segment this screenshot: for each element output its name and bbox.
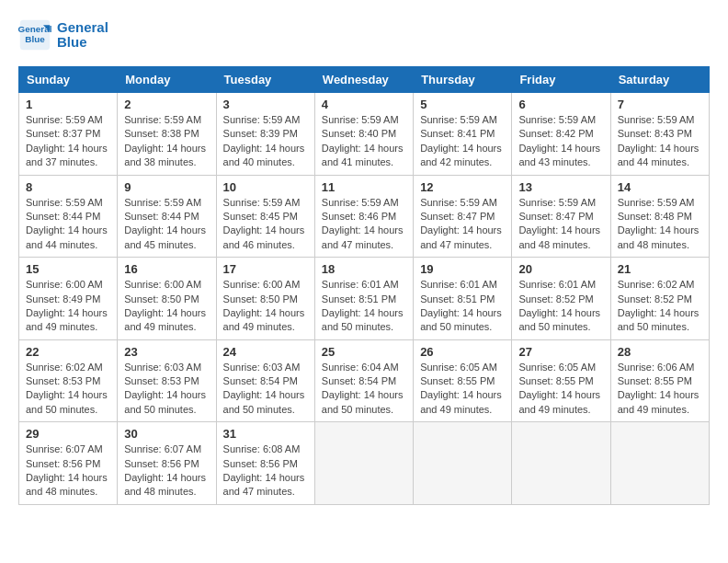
calendar-header-saturday: Saturday xyxy=(610,67,709,93)
logo: General Blue GeneralBlue xyxy=(18,18,108,52)
day-info: Sunrise: 6:00 AM Sunset: 8:50 PM Dayligh… xyxy=(223,278,308,335)
day-number: 3 xyxy=(223,98,308,111)
day-info: Sunrise: 6:02 AM Sunset: 8:53 PM Dayligh… xyxy=(26,361,110,418)
calendar-cell: 17 Sunrise: 6:00 AM Sunset: 8:50 PM Dayl… xyxy=(216,258,314,340)
day-info: Sunrise: 5:59 AM Sunset: 8:39 PM Dayligh… xyxy=(223,113,308,170)
day-info: Sunrise: 6:07 AM Sunset: 8:56 PM Dayligh… xyxy=(26,442,110,500)
day-info: Sunrise: 5:59 AM Sunset: 8:37 PM Dayligh… xyxy=(26,113,110,170)
day-info: Sunrise: 6:02 AM Sunset: 8:52 PM Dayligh… xyxy=(618,278,702,335)
day-number: 13 xyxy=(518,180,603,194)
calendar-week-4: 22 Sunrise: 6:02 AM Sunset: 8:53 PM Dayl… xyxy=(19,339,710,422)
calendar-header-tuesday: Tuesday xyxy=(216,67,314,93)
day-number: 6 xyxy=(518,98,603,111)
day-info: Sunrise: 5:59 AM Sunset: 8:42 PM Dayligh… xyxy=(518,113,603,170)
day-number: 8 xyxy=(26,180,110,194)
day-number: 24 xyxy=(223,345,308,359)
calendar-cell: 6 Sunrise: 5:59 AM Sunset: 8:42 PM Dayli… xyxy=(512,93,610,176)
calendar-week-5: 29 Sunrise: 6:07 AM Sunset: 8:56 PM Dayl… xyxy=(19,422,710,505)
calendar-header-wednesday: Wednesday xyxy=(314,67,413,93)
day-number: 2 xyxy=(124,98,209,111)
calendar-cell: 26 Sunrise: 6:05 AM Sunset: 8:55 PM Dayl… xyxy=(414,339,512,422)
calendar-cell: 23 Sunrise: 6:03 AM Sunset: 8:53 PM Dayl… xyxy=(118,339,216,422)
day-number: 14 xyxy=(618,180,702,194)
calendar-cell: 22 Sunrise: 6:02 AM Sunset: 8:53 PM Dayl… xyxy=(19,339,118,422)
calendar-cell: 8 Sunrise: 5:59 AM Sunset: 8:44 PM Dayli… xyxy=(19,175,118,258)
calendar-header-thursday: Thursday xyxy=(414,67,512,93)
calendar-cell: 25 Sunrise: 6:04 AM Sunset: 8:54 PM Dayl… xyxy=(314,339,413,422)
calendar-cell: 29 Sunrise: 6:07 AM Sunset: 8:56 PM Dayl… xyxy=(19,422,118,505)
day-number: 25 xyxy=(322,345,406,359)
day-info: Sunrise: 6:03 AM Sunset: 8:54 PM Dayligh… xyxy=(223,361,308,418)
calendar-cell: 30 Sunrise: 6:07 AM Sunset: 8:56 PM Dayl… xyxy=(118,422,216,505)
calendar-cell: 9 Sunrise: 5:59 AM Sunset: 8:44 PM Dayli… xyxy=(118,175,216,258)
calendar-cell: 4 Sunrise: 5:59 AM Sunset: 8:40 PM Dayli… xyxy=(314,93,413,176)
day-number: 26 xyxy=(420,345,505,359)
calendar-cell: 28 Sunrise: 6:06 AM Sunset: 8:55 PM Dayl… xyxy=(610,339,709,422)
calendar-cell: 10 Sunrise: 5:59 AM Sunset: 8:45 PM Dayl… xyxy=(216,175,314,258)
day-info: Sunrise: 5:59 AM Sunset: 8:41 PM Dayligh… xyxy=(420,113,505,170)
day-info: Sunrise: 5:59 AM Sunset: 8:47 PM Dayligh… xyxy=(518,196,603,253)
calendar-body: 1 Sunrise: 5:59 AM Sunset: 8:37 PM Dayli… xyxy=(19,93,710,505)
calendar-cell: 16 Sunrise: 6:00 AM Sunset: 8:50 PM Dayl… xyxy=(118,258,216,340)
svg-text:Blue: Blue xyxy=(25,34,45,44)
logo-icon: General Blue xyxy=(18,18,51,52)
day-number: 20 xyxy=(518,262,603,276)
day-info: Sunrise: 5:59 AM Sunset: 8:40 PM Dayligh… xyxy=(322,113,406,170)
calendar-cell: 13 Sunrise: 5:59 AM Sunset: 8:47 PM Dayl… xyxy=(512,175,610,258)
calendar-cell: 7 Sunrise: 5:59 AM Sunset: 8:43 PM Dayli… xyxy=(610,93,709,176)
calendar-header-sunday: Sunday xyxy=(19,67,118,93)
calendar-cell: 14 Sunrise: 5:59 AM Sunset: 8:48 PM Dayl… xyxy=(610,175,709,258)
calendar-header-friday: Friday xyxy=(512,67,610,93)
calendar-cell: 12 Sunrise: 5:59 AM Sunset: 8:47 PM Dayl… xyxy=(414,175,512,258)
day-number: 11 xyxy=(322,180,406,194)
day-info: Sunrise: 5:59 AM Sunset: 8:44 PM Dayligh… xyxy=(26,196,110,253)
calendar-cell: 3 Sunrise: 5:59 AM Sunset: 8:39 PM Dayli… xyxy=(216,93,314,176)
day-info: Sunrise: 6:00 AM Sunset: 8:49 PM Dayligh… xyxy=(26,278,110,335)
day-number: 4 xyxy=(322,98,406,111)
day-number: 1 xyxy=(26,98,110,111)
logo-text: GeneralBlue xyxy=(57,20,108,51)
day-info: Sunrise: 6:01 AM Sunset: 8:52 PM Dayligh… xyxy=(518,278,603,335)
day-number: 22 xyxy=(26,345,110,359)
day-number: 18 xyxy=(322,262,406,276)
day-number: 9 xyxy=(124,180,209,194)
day-info: Sunrise: 5:59 AM Sunset: 8:45 PM Dayligh… xyxy=(223,196,308,253)
day-info: Sunrise: 5:59 AM Sunset: 8:38 PM Dayligh… xyxy=(124,113,209,170)
day-info: Sunrise: 6:01 AM Sunset: 8:51 PM Dayligh… xyxy=(420,278,505,335)
calendar-cell xyxy=(610,422,709,505)
calendar-cell: 20 Sunrise: 6:01 AM Sunset: 8:52 PM Dayl… xyxy=(512,258,610,340)
day-number: 23 xyxy=(124,345,209,359)
day-number: 31 xyxy=(223,427,308,441)
day-info: Sunrise: 6:00 AM Sunset: 8:50 PM Dayligh… xyxy=(124,278,209,335)
page-header: General Blue GeneralBlue xyxy=(18,18,710,52)
day-info: Sunrise: 5:59 AM Sunset: 8:44 PM Dayligh… xyxy=(124,196,209,253)
calendar-cell: 2 Sunrise: 5:59 AM Sunset: 8:38 PM Dayli… xyxy=(118,93,216,176)
calendar-week-3: 15 Sunrise: 6:00 AM Sunset: 8:49 PM Dayl… xyxy=(19,258,710,340)
calendar-week-2: 8 Sunrise: 5:59 AM Sunset: 8:44 PM Dayli… xyxy=(19,175,710,258)
day-info: Sunrise: 6:03 AM Sunset: 8:53 PM Dayligh… xyxy=(124,361,209,418)
day-info: Sunrise: 6:05 AM Sunset: 8:55 PM Dayligh… xyxy=(420,361,505,418)
day-info: Sunrise: 5:59 AM Sunset: 8:48 PM Dayligh… xyxy=(618,196,702,253)
calendar-week-1: 1 Sunrise: 5:59 AM Sunset: 8:37 PM Dayli… xyxy=(19,93,710,176)
calendar-table: SundayMondayTuesdayWednesdayThursdayFrid… xyxy=(18,66,710,505)
calendar-cell: 11 Sunrise: 5:59 AM Sunset: 8:46 PM Dayl… xyxy=(314,175,413,258)
day-info: Sunrise: 6:04 AM Sunset: 8:54 PM Dayligh… xyxy=(322,361,406,418)
calendar-cell: 19 Sunrise: 6:01 AM Sunset: 8:51 PM Dayl… xyxy=(414,258,512,340)
day-info: Sunrise: 5:59 AM Sunset: 8:46 PM Dayligh… xyxy=(322,196,406,253)
day-number: 15 xyxy=(26,262,110,276)
calendar-header-monday: Monday xyxy=(118,67,216,93)
day-number: 10 xyxy=(223,180,308,194)
day-number: 17 xyxy=(223,262,308,276)
calendar-cell: 27 Sunrise: 6:05 AM Sunset: 8:55 PM Dayl… xyxy=(512,339,610,422)
day-number: 5 xyxy=(420,98,505,111)
calendar-cell: 24 Sunrise: 6:03 AM Sunset: 8:54 PM Dayl… xyxy=(216,339,314,422)
calendar-cell xyxy=(314,422,413,505)
calendar-header: SundayMondayTuesdayWednesdayThursdayFrid… xyxy=(19,67,710,93)
day-number: 30 xyxy=(124,427,209,441)
calendar-cell: 5 Sunrise: 5:59 AM Sunset: 8:41 PM Dayli… xyxy=(414,93,512,176)
calendar-cell: 31 Sunrise: 6:08 AM Sunset: 8:56 PM Dayl… xyxy=(216,422,314,505)
day-number: 29 xyxy=(26,427,110,441)
day-info: Sunrise: 6:06 AM Sunset: 8:55 PM Dayligh… xyxy=(618,361,702,418)
day-info: Sunrise: 5:59 AM Sunset: 8:47 PM Dayligh… xyxy=(420,196,505,253)
day-info: Sunrise: 6:08 AM Sunset: 8:56 PM Dayligh… xyxy=(223,442,308,500)
